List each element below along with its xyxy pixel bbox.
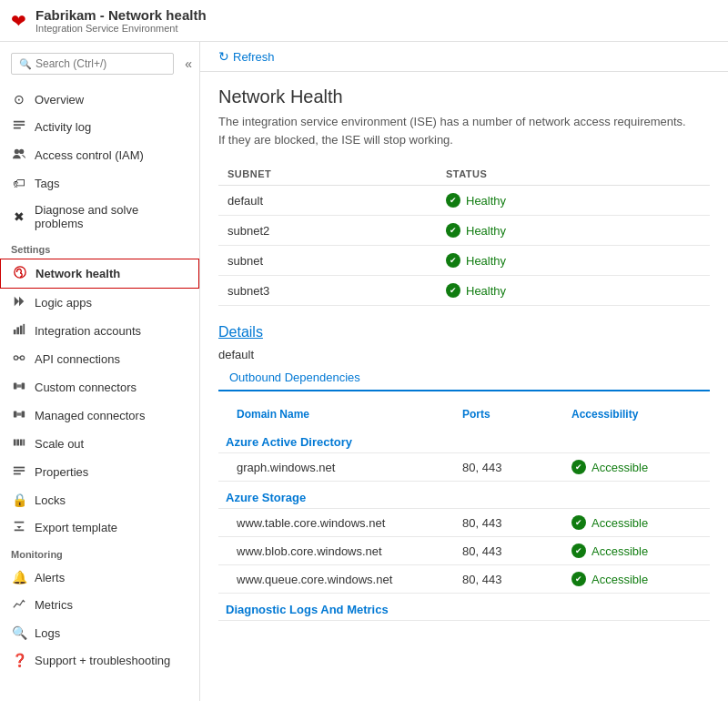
page-content: Network Health The integration service e… bbox=[200, 72, 728, 635]
svg-rect-9 bbox=[20, 326, 23, 335]
sidebar-label-tags: Tags bbox=[35, 177, 59, 190]
svg-rect-8 bbox=[16, 327, 19, 334]
svg-rect-29 bbox=[15, 522, 25, 523]
status-cell: Healthy bbox=[437, 276, 710, 306]
sidebar-label-export-template: Export template bbox=[35, 521, 117, 534]
sidebar-item-activity-log[interactable]: Activity log bbox=[0, 113, 199, 141]
health-table-row: subnet Healthy bbox=[218, 246, 710, 276]
scale-out-icon bbox=[11, 436, 27, 452]
app-icon: ❤ bbox=[11, 10, 26, 32]
settings-section-label: Settings bbox=[0, 237, 199, 259]
section-header-row: Azure Active Directory bbox=[218, 426, 710, 453]
sidebar-item-logs[interactable]: 🔍 Logs bbox=[0, 619, 199, 646]
sidebar: 🔍 « ⊙ Overview Activity log Access contr… bbox=[0, 42, 200, 701]
activity-log-icon bbox=[11, 119, 27, 135]
sidebar-item-locks[interactable]: 🔒 Locks bbox=[0, 486, 199, 513]
health-table-row: default Healthy bbox=[218, 186, 710, 216]
sidebar-label-custom-connectors: Custom connectors bbox=[35, 381, 136, 394]
svg-rect-28 bbox=[14, 473, 21, 475]
refresh-button[interactable]: ↻ Refresh bbox=[218, 49, 275, 64]
sidebar-item-integration-accounts[interactable]: Integration accounts bbox=[0, 317, 199, 345]
search-input[interactable] bbox=[35, 57, 166, 70]
svg-point-4 bbox=[19, 149, 24, 154]
properties-icon bbox=[11, 464, 27, 480]
sidebar-item-metrics[interactable]: Metrics bbox=[0, 591, 199, 619]
page-description: The integration service environment (ISE… bbox=[218, 113, 710, 148]
sidebar-item-logic-apps[interactable]: Logic apps bbox=[0, 289, 199, 317]
svg-rect-24 bbox=[20, 440, 23, 446]
sidebar-item-properties[interactable]: Properties bbox=[0, 458, 199, 486]
domain-cell: www.blob.core.windows.net bbox=[218, 537, 455, 565]
app-title: Fabrikam - Network health bbox=[35, 7, 207, 23]
main-content: ↻ Refresh Network Health The integration… bbox=[200, 42, 728, 701]
refresh-icon: ↻ bbox=[218, 49, 229, 64]
sidebar-item-diagnose[interactable]: ✖ Diagnose and solve problems bbox=[0, 197, 199, 237]
custom-connectors-icon bbox=[11, 380, 27, 395]
svg-rect-27 bbox=[14, 470, 25, 472]
svg-rect-1 bbox=[14, 124, 25, 126]
details-table-row: www.table.core.windows.net 80, 443 Acces… bbox=[218, 509, 710, 537]
details-table: Domain Name Ports Accessibility Azure Ac… bbox=[218, 402, 710, 621]
page-title: Network Health bbox=[218, 86, 710, 107]
svg-rect-0 bbox=[14, 121, 25, 123]
svg-rect-19 bbox=[22, 411, 25, 418]
status-cell: Healthy bbox=[437, 246, 710, 276]
sidebar-item-api-connections[interactable]: API connections bbox=[0, 345, 199, 373]
collapse-button[interactable]: « bbox=[181, 56, 196, 71]
sidebar-label-diagnose: Diagnose and solve problems bbox=[35, 203, 188, 230]
svg-point-12 bbox=[20, 356, 24, 360]
app-subtitle: Integration Service Environment bbox=[35, 23, 207, 34]
tab-outbound-dependencies[interactable]: Outbound Dependencies bbox=[218, 365, 371, 391]
sidebar-label-support: Support + troubleshooting bbox=[35, 654, 170, 667]
sidebar-item-export-template[interactable]: Export template bbox=[0, 513, 199, 542]
export-template-icon bbox=[11, 520, 27, 535]
status-cell: Healthy bbox=[437, 216, 710, 246]
sidebar-item-support[interactable]: ❓ Support + troubleshooting bbox=[0, 646, 199, 674]
integration-accounts-icon bbox=[11, 323, 27, 339]
health-table-row: subnet3 Healthy bbox=[218, 276, 710, 306]
accessibility-cell: Accessible bbox=[564, 565, 710, 594]
details-subnet: default bbox=[218, 348, 710, 361]
sidebar-label-managed-connectors: Managed connectors bbox=[35, 409, 145, 422]
svg-rect-23 bbox=[16, 440, 19, 446]
sidebar-item-access-control[interactable]: Access control (IAM) bbox=[0, 141, 199, 169]
svg-rect-22 bbox=[14, 440, 16, 446]
sidebar-label-api-connections: API connections bbox=[35, 352, 120, 366]
svg-point-3 bbox=[15, 149, 19, 154]
subnet-cell: subnet3 bbox=[218, 276, 437, 306]
svg-rect-26 bbox=[14, 467, 25, 469]
sidebar-label-metrics: Metrics bbox=[35, 598, 73, 612]
details-table-row: www.blob.core.windows.net 80, 443 Access… bbox=[218, 537, 710, 565]
ports-cell: 80, 443 bbox=[455, 509, 564, 537]
status-cell: Healthy bbox=[437, 186, 710, 216]
sidebar-label-logs: Logs bbox=[35, 626, 60, 640]
svg-rect-25 bbox=[23, 440, 25, 446]
monitoring-section-label: Monitoring bbox=[0, 542, 199, 564]
sidebar-item-custom-connectors[interactable]: Custom connectors bbox=[0, 373, 199, 401]
sidebar-item-overview[interactable]: ⊙ Overview bbox=[0, 86, 199, 113]
overview-icon: ⊙ bbox=[11, 92, 27, 107]
sidebar-label-overview: Overview bbox=[35, 93, 84, 107]
sidebar-item-network-health[interactable]: Network health bbox=[0, 259, 199, 289]
section-header-row: Diagnostic Logs And Metrics bbox=[218, 594, 710, 621]
accessibility-cell: Accessible bbox=[564, 509, 710, 537]
alerts-icon: 🔔 bbox=[11, 570, 27, 584]
svg-rect-14 bbox=[14, 383, 17, 390]
diagnose-icon: ✖ bbox=[11, 209, 27, 224]
details-tabs: Outbound Dependencies bbox=[218, 365, 710, 391]
ports-cell: 80, 443 bbox=[455, 537, 564, 565]
toolbar: ↻ Refresh bbox=[200, 42, 728, 72]
search-icon: 🔍 bbox=[19, 58, 32, 70]
sidebar-item-scale-out[interactable]: Scale out bbox=[0, 430, 199, 458]
sidebar-item-alerts[interactable]: 🔔 Alerts bbox=[0, 564, 199, 591]
svg-rect-2 bbox=[14, 127, 21, 129]
col-header-domain: Domain Name bbox=[218, 402, 455, 426]
svg-rect-30 bbox=[15, 530, 25, 532]
subnet-cell: default bbox=[218, 186, 437, 216]
network-health-icon bbox=[12, 266, 28, 281]
logic-apps-icon bbox=[11, 295, 27, 310]
details-link[interactable]: Details bbox=[218, 324, 710, 340]
sidebar-item-managed-connectors[interactable]: Managed connectors bbox=[0, 401, 199, 430]
sidebar-item-tags[interactable]: 🏷 Tags bbox=[0, 169, 199, 197]
sidebar-label-properties: Properties bbox=[35, 465, 88, 479]
